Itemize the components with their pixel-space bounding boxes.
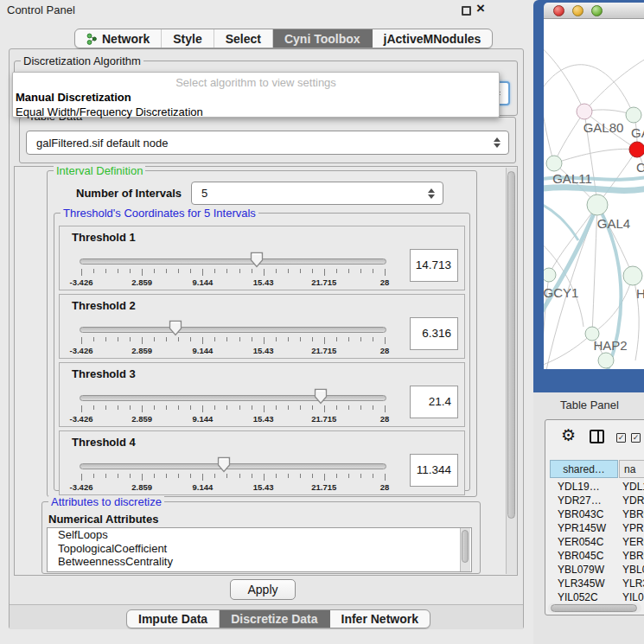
threshold-slider-thumb[interactable]: [169, 320, 182, 336]
attribute-item-topologicalcoefficient[interactable]: TopologicalCoefficient: [48, 542, 471, 556]
network-node-green[interactable]: [587, 194, 608, 215]
tab-impute-data[interactable]: Impute Data: [127, 610, 220, 628]
algorithm-dropdown-popup: Select algorithm to view settingsManual …: [12, 72, 500, 118]
attribute-item-selfloops[interactable]: SelfLoops: [48, 528, 471, 542]
tick-mark: [373, 474, 373, 478]
tab-network[interactable]: Network: [75, 29, 162, 48]
network-node-green[interactable]: [598, 353, 614, 368]
threshold-slider-track[interactable]: [80, 258, 386, 265]
network-node-pink[interactable]: [577, 104, 592, 119]
table-row[interactable]: YPR145WYPR1: [550, 522, 644, 536]
threshold-value-field[interactable]: 14.713: [410, 249, 458, 282]
threshold-value-field[interactable]: 11.344: [410, 454, 458, 487]
cell-name: YDL1: [622, 481, 644, 493]
popup-item-manual-discretization[interactable]: Manual Discretization: [13, 90, 499, 105]
tick-mark: [142, 337, 143, 344]
horizontal-scrollbar[interactable]: [548, 603, 641, 613]
table-row[interactable]: YDL19…YDL1: [550, 481, 644, 494]
table-row[interactable]: YBR043CYBR0: [550, 508, 644, 522]
network-node-green[interactable]: [626, 107, 641, 123]
table-data-select[interactable]: galFiltered.sif default node: [26, 131, 509, 155]
threshold-slider-track[interactable]: [80, 395, 386, 401]
tick-mark: [336, 269, 337, 273]
popup-item-equal-width-frequency-discretization[interactable]: Equal Width/Frequency Discretization: [13, 105, 499, 119]
table-row[interactable]: YBL079WYBL0: [550, 564, 644, 577]
tab-jactivemnodules[interactable]: jActiveMNodules: [373, 29, 493, 48]
tick-label: 2.859: [131, 414, 152, 424]
tick-mark: [178, 337, 179, 341]
attributes-list-scrollbar-thumb[interactable]: [462, 530, 469, 563]
tick-mark: [276, 269, 277, 273]
table-row[interactable]: YLR345WYLR3: [550, 577, 644, 591]
tick-mark: [214, 405, 215, 410]
network-node-red[interactable]: [629, 142, 644, 157]
threshold-label: Threshold 3: [72, 367, 136, 380]
tick-mark: [385, 405, 386, 412]
network-node-green[interactable]: [546, 156, 562, 171]
apply-button[interactable]: Apply: [230, 579, 296, 600]
top-tab-bar: NetworkStyleSelectCyni ToolboxjActiveMNo…: [74, 29, 493, 48]
cell-shared-name: YIL052C: [558, 591, 598, 602]
tick-mark: [202, 337, 203, 344]
tick-mark: [93, 337, 94, 341]
attribute-item-betweennesscentrality[interactable]: BetweennessCentrality: [48, 555, 471, 569]
tab-infer-network[interactable]: Infer Network: [330, 610, 430, 628]
tick-mark: [154, 337, 155, 341]
tab-select[interactable]: Select: [214, 29, 273, 48]
tick-mark: [178, 474, 179, 478]
network-node-label: HAP2: [593, 338, 627, 353]
tick-mark: [118, 337, 118, 341]
table-row[interactable]: YBR045CYBR0: [550, 550, 644, 564]
columns-icon[interactable]: [590, 430, 604, 443]
threshold-value-field[interactable]: 21.4: [410, 386, 458, 418]
vertical-scrollbar-thumb[interactable]: [507, 171, 515, 519]
checkbox-icon[interactable]: ✓: [631, 433, 641, 443]
tick-mark: [300, 474, 301, 478]
gear-icon[interactable]: ⚙: [561, 425, 576, 444]
network-node-green[interactable]: [623, 266, 642, 285]
table-row[interactable]: YIL052CYIL0: [550, 591, 644, 602]
network-node-green[interactable]: [544, 268, 556, 282]
float-icon[interactable]: [462, 6, 471, 16]
zoom-traffic-light[interactable]: [591, 5, 603, 16]
tick-mark: [348, 474, 349, 478]
threshold-slider-thumb[interactable]: [314, 388, 328, 405]
tick-mark: [214, 337, 215, 341]
threshold-panel-4: Threshold 4-3.4262.8599.14415.4321.71528…: [59, 430, 465, 495]
network-node-label: GAL80: [583, 120, 624, 135]
minimize-traffic-light[interactable]: [572, 5, 583, 16]
tick-mark: [118, 269, 118, 273]
tick-mark: [81, 405, 82, 412]
threshold-slider-track[interactable]: [80, 463, 386, 469]
thresholds-group-title: Threshold's Coordinates for 5 Intervals: [61, 207, 258, 220]
network-edge: [544, 99, 554, 163]
column-header-shared[interactable]: shared…: [550, 460, 618, 478]
threshold-slider-track[interactable]: [80, 327, 386, 333]
close-traffic-light[interactable]: [553, 5, 564, 16]
threshold-slider-thumb[interactable]: [217, 456, 231, 473]
tick-label: 28: [380, 414, 390, 424]
tab-style[interactable]: Style: [162, 29, 214, 48]
tab-discretize-data[interactable]: Discretize Data: [220, 610, 329, 628]
threshold-value-field[interactable]: 6.316: [410, 317, 458, 350]
tab-label: Select: [226, 32, 261, 46]
tick-label: 2.859: [131, 346, 152, 355]
network-view[interactable]: GAL80GACGAL11GAL4GCY1HHAP2: [544, 19, 644, 369]
tick-label: 28: [380, 346, 390, 355]
close-icon[interactable]: ×: [476, 0, 485, 17]
column-header-name[interactable]: na: [619, 460, 644, 478]
table-row[interactable]: YDR27…YDR2: [550, 494, 644, 508]
threshold-slider-thumb[interactable]: [250, 252, 264, 268]
tab-cyni-toolbox[interactable]: Cyni Toolbox: [273, 29, 373, 48]
popup-item-select-algorithm-to-view-settings[interactable]: Select algorithm to view settings: [13, 75, 499, 90]
tick-label: 28: [380, 482, 390, 492]
network-edge: [544, 43, 584, 112]
number-of-intervals-select[interactable]: 5: [191, 182, 443, 205]
tick-mark: [226, 405, 227, 410]
table-row[interactable]: YER054CYER0: [550, 536, 644, 550]
tick-mark: [312, 405, 313, 410]
horizontal-scrollbar-thumb[interactable]: [551, 604, 637, 612]
number-of-intervals-value: 5: [201, 187, 207, 200]
checkbox-icon[interactable]: ✓: [616, 433, 626, 443]
network-node-label: GA: [631, 125, 644, 140]
